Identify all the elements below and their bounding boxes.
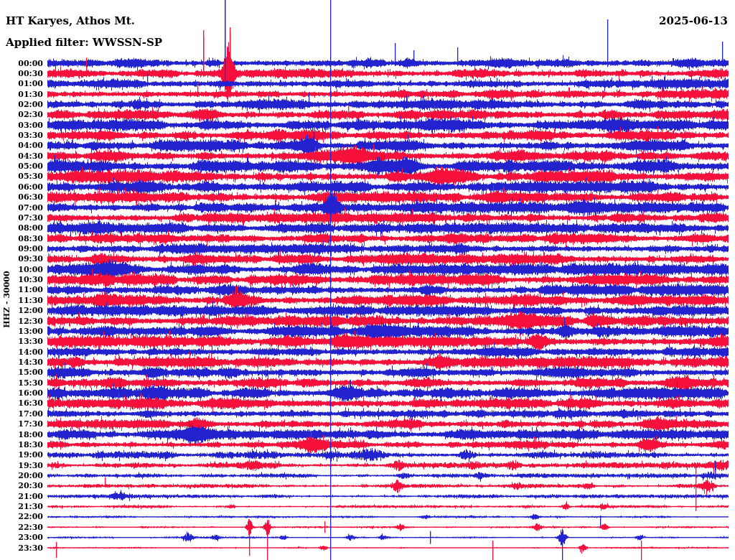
- time-label-14:00: 14:00: [0, 347, 43, 357]
- date-label: 2025-06-13: [659, 14, 728, 27]
- time-label-19:30: 19:30: [0, 461, 43, 470]
- time-label-09:00: 09:00: [0, 244, 43, 253]
- time-label-06:30: 06:30: [0, 192, 43, 202]
- time-label-10:00: 10:00: [0, 265, 43, 274]
- time-label-03:30: 03:30: [0, 131, 43, 140]
- time-label-20:00: 20:00: [0, 471, 43, 480]
- time-label-03:00: 03:00: [0, 121, 43, 130]
- time-label-16:00: 16:00: [0, 388, 43, 398]
- time-label-23:00: 23:00: [0, 533, 43, 542]
- time-label-12:00: 12:00: [0, 306, 43, 315]
- time-label-14:30: 14:30: [0, 358, 43, 367]
- applied-filter-label: Applied filter: WWSSN-SP: [6, 36, 162, 49]
- seismogram-trace-canvas: [0, 0, 735, 560]
- time-label-20:30: 20:30: [0, 481, 43, 490]
- time-label-18:00: 18:00: [0, 430, 43, 439]
- time-label-00:30: 00:30: [0, 69, 43, 78]
- time-label-16:30: 16:30: [0, 398, 43, 408]
- time-label-21:00: 21:00: [0, 492, 43, 501]
- time-label-18:30: 18:30: [0, 440, 43, 449]
- time-label-17:00: 17:00: [0, 409, 43, 419]
- time-label-04:30: 04:30: [0, 151, 43, 161]
- time-label-00:00: 00:00: [0, 59, 43, 68]
- time-label-12:30: 12:30: [0, 317, 43, 326]
- time-label-07:00: 07:00: [0, 203, 43, 213]
- time-label-23:30: 23:30: [0, 543, 43, 553]
- helicorder-page: HT Karyes, Athos Mt. Applied filter: WWS…: [0, 0, 735, 560]
- time-label-07:30: 07:30: [0, 213, 43, 223]
- time-label-17:30: 17:30: [0, 419, 43, 429]
- time-label-01:30: 01:30: [0, 90, 43, 99]
- time-label-08:00: 08:00: [0, 223, 43, 233]
- time-label-13:30: 13:30: [0, 337, 43, 346]
- station-title: HT Karyes, Athos Mt.: [6, 14, 135, 27]
- time-label-06:00: 06:00: [0, 182, 43, 192]
- time-label-10:30: 10:30: [0, 275, 43, 284]
- time-label-15:00: 15:00: [0, 368, 43, 377]
- time-label-15:30: 15:30: [0, 378, 43, 388]
- time-label-02:00: 02:00: [0, 100, 43, 109]
- time-label-22:30: 22:30: [0, 523, 43, 532]
- time-label-11:00: 11:00: [0, 285, 43, 294]
- time-label-08:30: 08:30: [0, 234, 43, 243]
- time-label-04:00: 04:00: [0, 141, 43, 150]
- time-label-11:30: 11:30: [0, 296, 43, 305]
- time-label-22:00: 22:00: [0, 512, 43, 521]
- time-label-19:00: 19:00: [0, 450, 43, 459]
- time-label-13:00: 13:00: [0, 327, 43, 336]
- time-label-21:30: 21:30: [0, 502, 43, 511]
- time-label-02:30: 02:30: [0, 110, 43, 119]
- time-label-09:30: 09:30: [0, 254, 43, 263]
- time-label-01:00: 01:00: [0, 79, 43, 88]
- time-label-05:00: 05:00: [0, 162, 43, 171]
- time-label-05:30: 05:30: [0, 172, 43, 181]
